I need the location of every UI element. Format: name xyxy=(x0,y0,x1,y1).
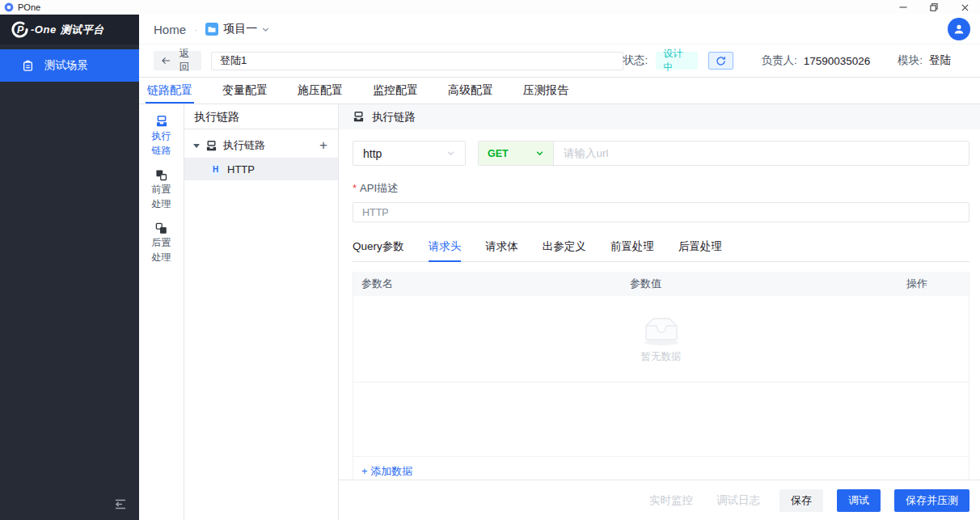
main-header: Home · 项目一 xyxy=(139,15,980,44)
config-tabs: 链路配置 变量配置 施压配置 监控配置 高级配置 压测报告 xyxy=(139,78,980,104)
app-icon xyxy=(4,2,14,12)
table-header-row: 参数名 参数值 操作 xyxy=(353,272,969,296)
restore-icon[interactable] xyxy=(919,0,949,15)
sidebar-item-test-scenario[interactable]: 测试场景 xyxy=(0,49,139,82)
empty-text: 暂无数据 xyxy=(641,350,682,364)
clipboard-icon xyxy=(22,60,34,72)
minimize-icon[interactable] xyxy=(888,0,919,15)
svg-text:P: P xyxy=(17,24,24,36)
main-area: Home · 项目一 返回 xyxy=(139,15,980,520)
status-badge: 设计中 xyxy=(656,52,697,70)
execution-chain-icon xyxy=(155,115,168,128)
tree-root-label: 执行链路 xyxy=(223,138,265,153)
tab-post-process[interactable]: 后置处理 xyxy=(678,235,722,261)
chevron-down-icon[interactable] xyxy=(261,25,270,34)
close-icon[interactable] xyxy=(949,0,980,15)
tab-output-params[interactable]: 出参定义 xyxy=(543,235,586,261)
sidebar-spacer xyxy=(0,82,139,497)
titlebar: POne xyxy=(0,0,980,15)
method-value: GET xyxy=(488,148,509,159)
debug-button[interactable]: 调试 xyxy=(837,489,881,512)
breadcrumb-separator: · xyxy=(194,23,197,36)
back-button[interactable]: 返回 xyxy=(154,51,201,70)
rail-item-pre-process[interactable]: 前置 处理 xyxy=(152,169,171,210)
rail-label-line: 后置 xyxy=(152,237,171,249)
back-label: 返回 xyxy=(175,47,193,74)
api-desc-input[interactable] xyxy=(353,202,969,222)
tab-request-headers[interactable]: 请求头 xyxy=(429,235,462,261)
window-controls xyxy=(888,0,980,15)
request-form-row: http GET xyxy=(353,141,969,166)
api-desc-label-text: API描述 xyxy=(360,182,398,194)
tab-pre-process[interactable]: 前置处理 xyxy=(610,235,654,261)
chevron-down-icon xyxy=(535,149,544,158)
empty-box-icon xyxy=(636,314,686,346)
sidebar-item-label: 测试场景 xyxy=(44,58,88,73)
column-header-param-name: 参数名 xyxy=(353,277,630,291)
tab-advanced-config[interactable]: 高级配置 xyxy=(448,78,493,104)
action-footer: 实时监控 调试日志 保存 调试 保存并压测 xyxy=(339,480,980,520)
menu-fold-icon[interactable] xyxy=(112,497,131,512)
column-header-param-value: 参数值 xyxy=(630,277,906,291)
tab-monitor-config[interactable]: 监控配置 xyxy=(373,78,418,104)
post-process-icon xyxy=(155,222,167,235)
pre-process-icon xyxy=(155,169,167,181)
realtime-monitor-button[interactable]: 实时监控 xyxy=(649,493,693,508)
step-rail: 执行 链路 前置 处理 后置 xyxy=(139,104,184,520)
required-mark: * xyxy=(353,182,357,194)
scenario-name-input[interactable] xyxy=(211,52,623,70)
breadcrumb-home[interactable]: Home xyxy=(154,23,186,36)
execution-chain-icon xyxy=(205,140,218,152)
method-select[interactable]: GET xyxy=(479,142,554,165)
owner-group: 负责人: 17590035026 xyxy=(761,53,870,68)
tree-panel-title: 执行链路 xyxy=(184,104,338,129)
panel-body: http GET xyxy=(339,129,980,480)
caret-down-icon[interactable] xyxy=(193,144,200,148)
owner-value: 17590035026 xyxy=(804,55,871,67)
window-title: POne xyxy=(18,2,40,12)
content-area: 执行 链路 前置 处理 后置 xyxy=(139,104,980,520)
url-input-group: GET xyxy=(478,141,969,166)
logo-brand-text: -One xyxy=(31,23,57,36)
save-and-stress-button[interactable]: 保存并压测 xyxy=(894,489,969,512)
protocol-value: http xyxy=(363,147,382,160)
add-data-button[interactable]: + 添加数据 xyxy=(361,464,412,479)
tree-node-label: HTTP xyxy=(227,163,255,175)
tab-query-params[interactable]: Query参数 xyxy=(353,235,404,261)
api-desc-label: *API描述 xyxy=(353,181,969,196)
tab-stress-report[interactable]: 压测报告 xyxy=(523,78,568,104)
editor-panel: 执行链路 http GET xyxy=(339,104,980,520)
add-data-row: + 添加数据 xyxy=(353,457,969,480)
project-selector[interactable]: 项目一 xyxy=(223,22,257,36)
project-icon xyxy=(205,23,218,36)
tab-request-body[interactable]: 请求体 xyxy=(485,235,518,261)
logo-p-icon: P xyxy=(11,20,29,39)
refresh-icon xyxy=(716,56,726,66)
add-node-button[interactable]: + xyxy=(319,139,327,152)
table-empty-section xyxy=(353,383,969,457)
module-group: 模块: 登陆 xyxy=(898,53,951,68)
user-avatar[interactable] xyxy=(948,18,970,40)
rail-label-line: 处理 xyxy=(152,252,171,264)
app-logo: P -One 测试平台 xyxy=(0,15,139,44)
status-label: 状态: xyxy=(623,53,648,68)
rail-label-line: 前置 xyxy=(152,184,171,196)
save-button[interactable]: 保存 xyxy=(779,489,823,512)
module-label: 模块: xyxy=(898,53,923,68)
owner-label: 负责人: xyxy=(761,53,796,68)
rail-item-post-process[interactable]: 后置 处理 xyxy=(152,222,171,264)
sidebar: P -One 测试平台 测试场景 xyxy=(0,15,139,520)
http-badge-icon: H xyxy=(209,163,222,175)
tab-link-config[interactable]: 链路配置 xyxy=(147,78,192,104)
tree-node-http[interactable]: H HTTP xyxy=(184,158,338,180)
url-input[interactable] xyxy=(554,142,969,165)
debug-log-button[interactable]: 调试日志 xyxy=(716,493,760,508)
refresh-status-button[interactable] xyxy=(708,52,734,70)
protocol-select[interactable]: http xyxy=(353,141,466,166)
tab-pressure-config[interactable]: 施压配置 xyxy=(298,78,343,104)
rail-label-line: 链路 xyxy=(152,145,171,157)
tab-variable-config[interactable]: 变量配置 xyxy=(222,78,268,104)
rail-item-execution-chain[interactable]: 执行 链路 xyxy=(152,115,171,157)
column-header-actions: 操作 xyxy=(906,277,969,291)
tree-root-node[interactable]: 执行链路 + xyxy=(184,133,338,158)
